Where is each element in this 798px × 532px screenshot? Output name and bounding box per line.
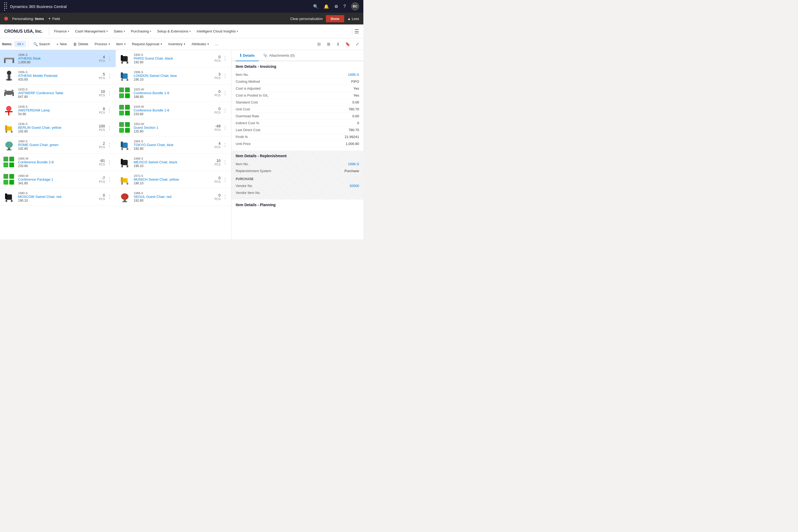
- info-icon-button[interactable]: ℹ: [334, 40, 342, 48]
- item-name[interactable]: MOSCOW Swivel Chair, red: [18, 195, 97, 199]
- search-button[interactable]: 🔍 Search: [31, 41, 53, 48]
- item-name[interactable]: MEXICO Swivel Chair, black: [134, 160, 212, 164]
- more-button[interactable]: ...: [212, 41, 221, 48]
- item-more-button[interactable]: ⋮: [106, 72, 113, 79]
- layout-icon-button[interactable]: ⊞: [324, 40, 332, 48]
- item-more-button[interactable]: ⋮: [222, 141, 228, 148]
- filter-icon-button[interactable]: ⊟: [315, 40, 323, 48]
- item-name[interactable]: ATHENS Desk: [18, 56, 97, 60]
- list-item[interactable]: 1960-S ROME Guest Chair, green 192.80 2 …: [0, 136, 116, 154]
- item-name[interactable]: Guest Section 1: [134, 126, 212, 130]
- filter-all-button[interactable]: All ▾: [14, 41, 26, 47]
- clear-personalization-button[interactable]: Clear personalization: [290, 17, 323, 21]
- item-more-button[interactable]: ⋮: [106, 193, 113, 200]
- item-name[interactable]: BERLIN Guest Chair, yellow: [18, 126, 97, 130]
- field-value[interactable]: 1896-S: [348, 162, 359, 166]
- item-quantity: 10 PCS: [214, 158, 221, 166]
- field-value[interactable]: 30000: [349, 184, 359, 188]
- item-more-button[interactable]: ⋮: [222, 55, 228, 62]
- item-name[interactable]: AMSTERDAM Lamp: [18, 108, 97, 112]
- request-approval-button[interactable]: Request Approval ▾: [129, 41, 165, 48]
- list-item[interactable]: 1900-S PARIS Guest Chair, black 192.80 0…: [116, 50, 231, 67]
- item-more-button[interactable]: ⋮: [106, 124, 113, 131]
- list-item[interactable]: 1964-S TOKYO Guest Chair, blue 192.80 4 …: [116, 136, 231, 154]
- item-name[interactable]: Conference Bundle 1-6: [134, 91, 212, 95]
- bell-icon[interactable]: 🔔: [324, 4, 329, 9]
- list-item[interactable]: 1936-S BERLIN Guest Chair, yellow 192.80…: [0, 119, 116, 136]
- item-more-button[interactable]: ⋮: [222, 107, 228, 114]
- nav-item-finance[interactable]: Finance ▾: [51, 28, 72, 35]
- new-button[interactable]: + New: [54, 41, 70, 48]
- item-more-button[interactable]: ⋮: [106, 55, 113, 62]
- item-name[interactable]: ATHENS Mobile Pedestal: [18, 74, 97, 78]
- list-item[interactable]: 1925-W Conference Bundle 1-6 188.80 0 PC…: [116, 84, 231, 102]
- list-item[interactable]: 1965-W Conference Bundle 2-8 233.80 -81 …: [0, 154, 116, 171]
- item-more-button[interactable]: ⋮: [222, 124, 228, 131]
- item-more-button[interactable]: ⋮: [106, 176, 113, 183]
- detail-row: Cost is Posted to G/L Yes: [236, 92, 359, 99]
- hamburger-icon[interactable]: ☰: [354, 28, 359, 35]
- done-button[interactable]: Done: [326, 15, 344, 22]
- expand-icon-button[interactable]: ⤢: [353, 40, 361, 48]
- item-more-button[interactable]: ⋮: [222, 72, 228, 79]
- item-name[interactable]: SEOUL Guest Chair, red: [134, 195, 212, 199]
- company-name[interactable]: CRONUS USA, Inc.: [4, 29, 42, 34]
- attributes-button[interactable]: Attributes ▾: [189, 41, 211, 48]
- list-item[interactable]: 1988-S SEOUL Guest Chair, red 192.80 0 P…: [116, 188, 231, 206]
- item-name[interactable]: ANTWERP Conference Table: [18, 91, 97, 95]
- list-item[interactable]: 1980-S MOSCOW Swivel Chair, red 190.10 0…: [0, 188, 116, 206]
- item-more-button[interactable]: ⋮: [106, 90, 113, 97]
- help-icon[interactable]: ?: [343, 4, 346, 9]
- chevron-down-icon: ▾: [107, 30, 108, 33]
- item-name[interactable]: PARIS Guest Chair, black: [134, 56, 212, 60]
- inventory-button[interactable]: Inventory ▾: [166, 41, 188, 48]
- list-item[interactable]: 1969-W Conference Package 1 341.80 -7 PC…: [0, 171, 116, 188]
- list-item[interactable]: 1896-S ATHENS Desk 1,000.80 4 PCS ⋮: [0, 50, 116, 67]
- item-more-button[interactable]: ⋮: [222, 193, 228, 200]
- nav-item-cloud[interactable]: Intelligent Cloud Insights ▾: [194, 28, 241, 35]
- item-quantity: -49 PCS: [214, 124, 221, 131]
- list-item[interactable]: 1929-W Conference Bundle 1-8 233.80 0 PC…: [116, 102, 231, 119]
- item-more-button[interactable]: ⋮: [106, 141, 113, 148]
- item-thumbnail: [118, 52, 131, 65]
- nav-item-setup[interactable]: Setup & Extensions ▾: [154, 28, 193, 35]
- field-value[interactable]: 1896-S: [348, 73, 359, 77]
- item-name[interactable]: LONDON Swivel Chair, blue: [134, 74, 212, 78]
- list-item[interactable]: 1953-W Guest Section 1 125.80 -49 PCS ⋮: [116, 119, 231, 136]
- tab-attachments[interactable]: 📎 Attachments (0): [259, 50, 299, 61]
- item-button[interactable]: Item ▾: [114, 41, 128, 48]
- item-more-button[interactable]: ⋮: [222, 159, 228, 166]
- process-button[interactable]: Process ▾: [92, 41, 113, 48]
- list-item[interactable]: 1920-S ANTWERP Conference Table 647.80 1…: [0, 84, 116, 102]
- bookmark-icon-button[interactable]: 🔖: [344, 40, 352, 48]
- item-more-button[interactable]: ⋮: [222, 176, 228, 183]
- nav-item-cash-management[interactable]: Cash Management ▾: [72, 28, 110, 35]
- item-name[interactable]: Conference Bundle 1-8: [134, 108, 212, 112]
- item-name[interactable]: Conference Package 1: [18, 177, 97, 182]
- item-more-button[interactable]: ⋮: [106, 159, 113, 166]
- settings-icon[interactable]: ⚙: [334, 4, 338, 9]
- item-price: 190.10: [134, 182, 212, 185]
- delete-button[interactable]: 🗑 Delete: [71, 41, 91, 48]
- item-name[interactable]: Conference Bundle 2-8: [18, 160, 97, 164]
- list-item[interactable]: 1906-S ATHENS Mobile Pedestal 433.60 5 P…: [0, 67, 116, 84]
- less-button[interactable]: ▲ Less: [347, 17, 359, 21]
- pers-field-button[interactable]: + Field: [48, 16, 60, 21]
- item-name[interactable]: ROME Guest Chair, green: [18, 143, 97, 147]
- tab-details[interactable]: ℹ Details: [236, 50, 259, 61]
- item-name[interactable]: TOKYO Guest Chair, blue: [134, 143, 212, 147]
- list-item[interactable]: 1928-S AMSTERDAM Lamp 54.90 8 PCS ⋮: [0, 102, 116, 119]
- list-item[interactable]: 1972-S MUNICH Swivel Chair, yellow 190.1…: [116, 171, 231, 188]
- svg-rect-16: [5, 131, 7, 133]
- list-item[interactable]: 1908-S LONDON Swivel Chair, blue 190.10 …: [116, 67, 231, 84]
- user-avatar[interactable]: BC: [351, 2, 359, 11]
- search-icon[interactable]: 🔍: [313, 4, 318, 9]
- item-more-button[interactable]: ⋮: [106, 107, 113, 114]
- item-more-button[interactable]: ⋮: [222, 90, 228, 97]
- list-item[interactable]: 1968-S MEXICO Swivel Chair, black 190.10…: [116, 154, 231, 171]
- nav-item-sales[interactable]: Sales ▾: [111, 28, 128, 35]
- item-name[interactable]: MUNICH Swivel Chair, yellow: [134, 177, 212, 182]
- item-code: 1896-S: [18, 53, 97, 56]
- app-grid-icon[interactable]: [4, 2, 7, 11]
- nav-item-purchasing[interactable]: Purchasing ▾: [128, 28, 154, 35]
